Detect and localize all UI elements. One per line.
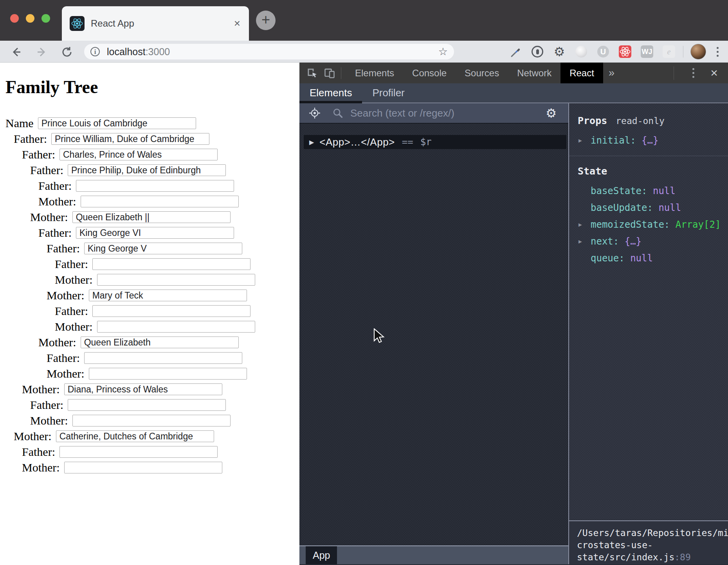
console-ref-equals: == bbox=[402, 137, 413, 148]
family-input[interactable] bbox=[84, 352, 242, 364]
react-tab-elements[interactable]: Elements bbox=[299, 83, 362, 103]
family-input[interactable] bbox=[89, 290, 247, 301]
panel-row-queue: queue: null bbox=[569, 250, 728, 266]
family-label: Father: bbox=[47, 351, 80, 365]
address-bar[interactable]: i localhost:3000 ☆ bbox=[84, 44, 454, 59]
devtools-tab-elements[interactable]: Elements bbox=[346, 63, 403, 83]
devtools-tab-sources[interactable]: Sources bbox=[456, 63, 508, 83]
devtools-panel: ElementsConsoleSourcesNetworkReact » × E… bbox=[299, 63, 728, 565]
settings-gear-icon[interactable]: ⚙ bbox=[546, 106, 557, 120]
family-label: Father: bbox=[55, 304, 88, 318]
wj-extension-icon[interactable]: WJ bbox=[640, 45, 654, 59]
family-input[interactable] bbox=[38, 117, 196, 129]
family-input[interactable] bbox=[92, 305, 250, 317]
family-input[interactable] bbox=[59, 446, 218, 458]
panel-row-memoizedState: ▶memoizedState: Array[2] bbox=[569, 216, 728, 233]
window-zoom-button[interactable] bbox=[41, 14, 50, 23]
back-button-icon[interactable] bbox=[10, 46, 22, 58]
tabbar-right-separator bbox=[674, 63, 674, 83]
browser-toolbar: i localhost:3000 ☆ ⚙ U bbox=[0, 41, 728, 63]
site-info-icon[interactable]: i bbox=[90, 47, 100, 56]
eyedropper-extension-icon[interactable] bbox=[508, 45, 523, 59]
family-input[interactable] bbox=[56, 430, 214, 442]
family-input[interactable] bbox=[97, 274, 255, 286]
family-row: Father: bbox=[30, 162, 299, 178]
device-toolbar-icon[interactable] bbox=[324, 67, 335, 79]
expand-arrow-icon[interactable]: ▶ bbox=[309, 139, 314, 146]
family-input[interactable] bbox=[68, 399, 226, 411]
family-row: Father: bbox=[55, 256, 299, 272]
browser-menu-icon[interactable] bbox=[712, 45, 723, 59]
family-input[interactable] bbox=[81, 196, 239, 207]
gear-extension-icon[interactable]: ⚙ bbox=[552, 45, 566, 59]
window-close-button[interactable] bbox=[10, 14, 19, 23]
family-input[interactable] bbox=[51, 133, 209, 145]
family-input[interactable] bbox=[97, 321, 255, 333]
family-input[interactable] bbox=[72, 415, 231, 426]
search-input[interactable] bbox=[350, 107, 515, 119]
devtools-tab-react[interactable]: React bbox=[560, 63, 603, 83]
family-label: Father: bbox=[47, 242, 80, 255]
family-label: Father: bbox=[38, 226, 72, 239]
source-location[interactable]: /Users/taras/Repositories/microstates-us… bbox=[569, 520, 728, 564]
expand-arrow-icon[interactable]: ▶ bbox=[578, 238, 582, 245]
reload-button-icon[interactable] bbox=[61, 46, 73, 58]
family-input[interactable] bbox=[64, 462, 222, 473]
family-input[interactable] bbox=[76, 180, 234, 192]
selected-element-row[interactable]: ▶ <App>…</App> == $r bbox=[304, 135, 566, 149]
family-input[interactable] bbox=[68, 164, 226, 176]
devtools-close-icon[interactable]: × bbox=[710, 63, 718, 83]
ember-extension-icon[interactable]: e bbox=[662, 45, 676, 59]
browser-tab[interactable]: React App × bbox=[62, 6, 249, 41]
devtools-tab-network[interactable]: Network bbox=[508, 63, 560, 83]
family-row: Mother: bbox=[47, 366, 299, 381]
window-minimize-button[interactable] bbox=[26, 14, 34, 23]
family-row: Father: bbox=[47, 241, 299, 256]
family-input[interactable] bbox=[84, 243, 242, 254]
panel-divider bbox=[569, 156, 728, 156]
state-header: State bbox=[578, 166, 728, 177]
family-input[interactable] bbox=[72, 211, 231, 223]
family-input[interactable] bbox=[76, 227, 234, 239]
panel-row-next: ▶next: {…} bbox=[569, 233, 728, 250]
more-tabs-icon[interactable]: » bbox=[609, 67, 614, 79]
inspect-component-icon[interactable] bbox=[309, 107, 321, 119]
family-label: Mother: bbox=[38, 336, 76, 349]
family-input[interactable] bbox=[92, 258, 250, 270]
breadcrumb-item[interactable]: App bbox=[306, 546, 337, 564]
family-row: Name bbox=[5, 115, 299, 131]
swirl-extension-icon[interactable] bbox=[574, 45, 588, 59]
panel-row-baseState: baseState: null bbox=[569, 182, 728, 199]
family-input[interactable] bbox=[64, 383, 222, 395]
react-tab-profiler[interactable]: Profiler bbox=[362, 83, 414, 103]
search-icon bbox=[332, 108, 343, 119]
u-extension-icon[interactable]: U bbox=[596, 45, 610, 59]
expand-arrow-icon[interactable]: ▶ bbox=[578, 137, 582, 144]
toolbar-separator bbox=[683, 46, 683, 58]
inspect-element-icon[interactable] bbox=[306, 67, 318, 79]
panel-value: {…} bbox=[625, 236, 642, 247]
family-label: Mother: bbox=[55, 320, 93, 333]
family-label: Father: bbox=[22, 445, 55, 459]
bookmark-star-icon[interactable]: ☆ bbox=[438, 45, 448, 58]
family-label: Father: bbox=[14, 132, 47, 146]
devtools-tab-console[interactable]: Console bbox=[403, 63, 456, 83]
mouse-cursor bbox=[373, 328, 385, 344]
onepassword-extension-icon[interactable] bbox=[530, 45, 544, 59]
expand-arrow-icon[interactable]: ▶ bbox=[578, 221, 582, 228]
panel-value: null bbox=[658, 202, 681, 213]
profile-avatar[interactable] bbox=[690, 44, 706, 59]
react-elements-pane: ⚙ ▶ <App>…</App> == $r App bbox=[299, 103, 568, 564]
tab-close-icon[interactable]: × bbox=[234, 6, 240, 41]
family-input[interactable] bbox=[81, 336, 239, 348]
new-tab-button[interactable]: + bbox=[256, 11, 276, 30]
devtools-menu-icon[interactable] bbox=[692, 63, 694, 83]
forward-button-icon[interactable] bbox=[36, 46, 48, 58]
family-input[interactable] bbox=[89, 368, 247, 380]
react-devtools-extension-icon[interactable] bbox=[618, 45, 632, 59]
family-input[interactable] bbox=[59, 149, 218, 160]
family-row: Father: bbox=[38, 178, 299, 194]
family-label: Mother: bbox=[38, 195, 76, 208]
panel-value: {…} bbox=[642, 135, 658, 146]
panel-row-initial: ▶initial: {…} bbox=[569, 132, 728, 149]
